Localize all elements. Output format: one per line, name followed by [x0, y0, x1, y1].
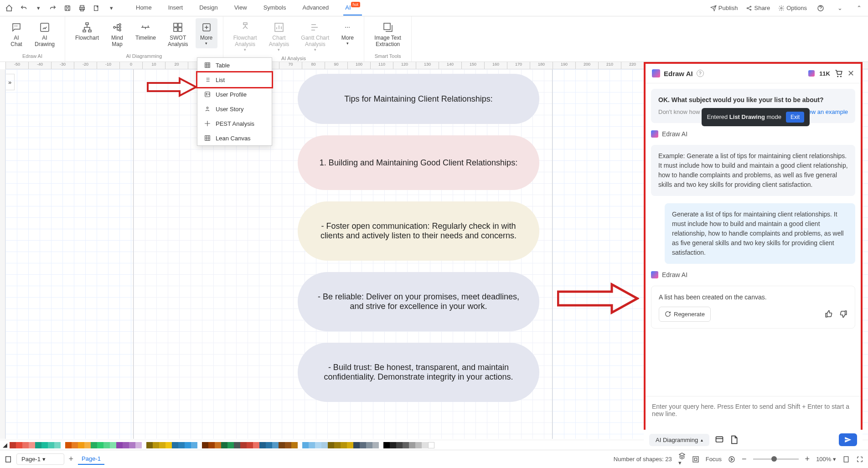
- publish-button[interactable]: Publish: [710, 5, 738, 11]
- fullscreen-icon[interactable]: [856, 456, 863, 463]
- status-bar: Page-1 ▾ + Page-1 Number of shapes: 23 ▾…: [0, 450, 868, 468]
- color-swatches[interactable]: [302, 442, 379, 448]
- main-tabs: Home Insert Design View Symbols Advanced…: [134, 0, 362, 15]
- ai-chat-button[interactable]: AI Chat: [5, 18, 27, 50]
- swot-button[interactable]: SWOT Analysis: [163, 18, 193, 50]
- help-icon[interactable]: ?: [697, 70, 704, 77]
- dropdown-user-story[interactable]: User Story: [197, 102, 272, 116]
- print-icon[interactable]: [77, 3, 88, 14]
- collapse-icon[interactable]: ⌃: [853, 3, 864, 14]
- tab-view[interactable]: View: [232, 0, 249, 15]
- play-icon[interactable]: [728, 456, 735, 463]
- gantt-analysis-button[interactable]: Gantt Chart Analysis ▾: [296, 18, 334, 55]
- document-icon[interactable]: [729, 435, 739, 444]
- undo-dropdown-icon[interactable]: ▾: [33, 3, 44, 14]
- ribbon-group-analysis: Flowchart Analysis ▾ Chart Analysis ▾ Ga…: [223, 16, 365, 62]
- template-icon[interactable]: [715, 435, 724, 444]
- export-icon[interactable]: [91, 3, 102, 14]
- ribbon-group-diagramming: Flowchart Mind Map Timeline SWOT Analysi…: [65, 16, 223, 62]
- dropdown-lean[interactable]: Lean Canvas: [197, 131, 272, 145]
- thumbs-down-icon[interactable]: [839, 310, 847, 318]
- flowchart-button[interactable]: Flowchart: [71, 18, 103, 44]
- ai-mode-dropdown[interactable]: AI Diagramming ▴: [649, 434, 709, 446]
- save-icon[interactable]: [62, 3, 73, 14]
- flowchart-icon: [81, 21, 93, 34]
- zoom-level[interactable]: 100% ▾: [816, 456, 836, 463]
- focus-button[interactable]: Focus: [706, 456, 722, 463]
- list-node-title[interactable]: Tips for Maintaining Client Relationship…: [298, 74, 539, 124]
- more-diagramming-button[interactable]: More▾: [196, 18, 217, 48]
- color-swatches[interactable]: [65, 442, 142, 448]
- svg-rect-0: [65, 5, 70, 10]
- page-selector[interactable]: Page-1 ▾: [16, 453, 64, 465]
- list-node-item[interactable]: - Build trust: Be honest, transparent, a…: [298, 343, 539, 402]
- color-swatches[interactable]: [202, 442, 298, 448]
- ai-drawing-button[interactable]: AI Drawing: [30, 18, 59, 50]
- lean-icon: [204, 134, 211, 142]
- tab-home[interactable]: Home: [134, 0, 154, 15]
- dropdown-pest[interactable]: PEST Analysis: [197, 116, 272, 131]
- plus-icon: [200, 21, 213, 34]
- fit-icon[interactable]: [692, 456, 699, 463]
- ai-panel: Edraw AI ? 11K ✕ OK. What subject would …: [644, 62, 863, 434]
- svg-point-5: [747, 7, 748, 8]
- layers-icon[interactable]: ▾: [678, 452, 686, 466]
- eyedropper-icon[interactable]: ◢: [3, 442, 7, 448]
- user-message: Generate a list of tips for maintaining …: [665, 203, 855, 264]
- tab-insert[interactable]: Insert: [166, 0, 185, 15]
- tab-design[interactable]: Design: [197, 0, 219, 15]
- chart-analysis-button[interactable]: Chart Analysis ▾: [264, 18, 294, 55]
- minimize-icon[interactable]: ⌄: [834, 3, 845, 14]
- cart-icon[interactable]: [835, 69, 843, 77]
- image-text-button[interactable]: Image Text Extraction: [370, 18, 405, 50]
- tab-advanced[interactable]: Advanced: [300, 0, 331, 15]
- color-swatches[interactable]: [383, 442, 434, 448]
- options-button[interactable]: Options: [778, 5, 807, 11]
- zoom-out-button[interactable]: −: [742, 454, 747, 464]
- dropdown-table[interactable]: Table: [197, 58, 272, 72]
- undo-icon[interactable]: [18, 3, 29, 14]
- zoom-in-button[interactable]: +: [805, 454, 810, 464]
- dropdown-user-profile[interactable]: User Profile: [197, 87, 272, 102]
- drawing-icon: [38, 21, 51, 34]
- close-icon[interactable]: ✕: [847, 68, 854, 78]
- flowchart-analysis-button[interactable]: Flowchart Analysis ▾: [229, 18, 262, 55]
- view-example-link[interactable]: View an example: [803, 108, 848, 117]
- color-swatches[interactable]: [146, 442, 197, 448]
- thumbs-up-icon[interactable]: [825, 310, 833, 318]
- list-node-section[interactable]: 1. Building and Maintaining Good Client …: [298, 135, 539, 190]
- help-icon[interactable]: [815, 3, 826, 14]
- regenerate-button[interactable]: Regenerate: [659, 307, 711, 322]
- ai-example-message: Example: Generate a list of tips for mai…: [651, 145, 855, 196]
- ai-question: OK. What subject would you like your lis…: [658, 95, 848, 105]
- list-icon: [204, 76, 211, 83]
- svg-rect-34: [694, 458, 697, 460]
- zoom-slider[interactable]: [753, 458, 799, 460]
- list-node-item[interactable]: - Foster open communication: Regularly c…: [298, 201, 539, 261]
- home-icon[interactable]: [4, 3, 15, 14]
- ribbon: AI Chat AI Drawing Edraw AI Flowchart Mi…: [0, 16, 868, 62]
- svg-rect-10: [41, 23, 49, 31]
- list-node-item[interactable]: - Be reliable: Deliver on your promises,…: [298, 272, 539, 331]
- svg-point-17: [119, 29, 121, 31]
- tab-symbols[interactable]: Symbols: [262, 0, 288, 15]
- dropdown-list[interactable]: List: [197, 72, 272, 87]
- more-analysis-button[interactable]: ⋯More▾: [336, 18, 358, 48]
- svg-point-6: [750, 6, 751, 7]
- exit-mode-button[interactable]: Exit: [786, 112, 804, 123]
- svg-point-28: [206, 93, 207, 94]
- share-button[interactable]: Share: [746, 5, 770, 11]
- timeline-button[interactable]: Timeline: [131, 18, 160, 44]
- page-icon[interactable]: [5, 456, 12, 463]
- send-button[interactable]: [839, 433, 857, 446]
- ai-query-input[interactable]: [652, 403, 854, 425]
- tab-ai[interactable]: AIhot: [343, 0, 362, 15]
- more-quick-icon[interactable]: ▾: [106, 3, 117, 14]
- svg-point-8: [780, 7, 782, 9]
- page-tab[interactable]: Page-1: [78, 453, 104, 465]
- mindmap-button[interactable]: Mind Map: [106, 18, 128, 50]
- color-swatches[interactable]: [10, 442, 61, 448]
- add-page-button[interactable]: +: [69, 454, 74, 464]
- fit-page-icon[interactable]: [842, 456, 850, 463]
- redo-icon[interactable]: [47, 3, 58, 14]
